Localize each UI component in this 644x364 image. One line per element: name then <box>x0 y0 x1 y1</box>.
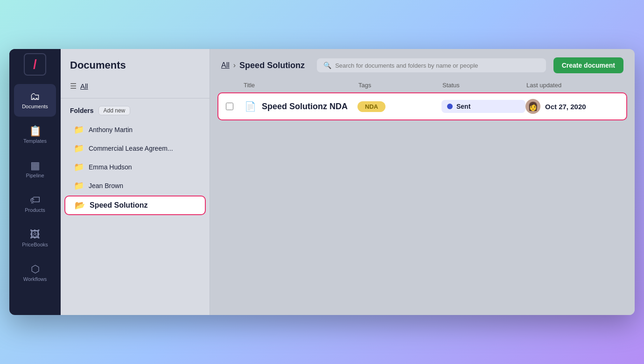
all-filter[interactable]: ☰ All <box>61 78 210 94</box>
folder-icon: 📁 <box>74 125 84 135</box>
tag-badge: NDA <box>357 101 385 112</box>
left-panel-title: Documents <box>61 49 210 78</box>
status-text: Sent <box>456 103 470 110</box>
sidebar-item-pipeline[interactable]: ▦ Pipeline <box>14 153 56 186</box>
folder-item-commercial-lease[interactable]: 📁 Commercial Lease Agreem... <box>64 140 206 157</box>
sidebar-item-products[interactable]: 🏷 Products <box>14 188 56 220</box>
folder-icon: 📁 <box>74 181 84 191</box>
folder-list: 📁 Anthony Martin 📁 Commercial Lease Agre… <box>61 119 210 217</box>
pipeline-icon: ▦ <box>30 161 40 171</box>
breadcrumb-current: Speed Solutionz <box>239 61 305 70</box>
row-updated-cell: 👩 Oct 27, 2020 <box>525 99 619 114</box>
row-checkbox[interactable] <box>226 103 233 110</box>
folder-name: Commercial Lease Agreem... <box>89 145 173 152</box>
table-header: Title Tags Status Last updated <box>217 78 627 92</box>
folder-item-jean-brown[interactable]: 📁 Jean Brown <box>64 177 206 195</box>
sidebar-label-pipeline: Pipeline <box>26 173 44 178</box>
search-box[interactable]: 🔍 <box>317 58 546 72</box>
folder-name: Anthony Martin <box>89 126 133 133</box>
sidebar-label-documents: Documents <box>22 104 48 109</box>
sidebar-logo: / <box>9 49 61 79</box>
folder-icon: 📁 <box>74 162 84 172</box>
updated-date: Oct 27, 2020 <box>545 103 586 111</box>
sidebar-label-workflows: Workflows <box>23 276 47 282</box>
divider <box>61 98 210 98</box>
th-title: Title <box>244 82 358 89</box>
sidebar-label-templates: Templates <box>23 138 47 144</box>
all-icon: ☰ <box>70 82 77 91</box>
table-row[interactable]: 📄 Speed Solutionz NDA NDA Sent 👩 Oct 27,… <box>217 92 627 120</box>
document-title: Speed Solutionz NDA <box>262 102 348 112</box>
folder-item-anthony-martin[interactable]: 📁 Anthony Martin <box>64 121 206 139</box>
pricebooks-icon: 🖼 <box>30 230 40 240</box>
sidebar-item-documents[interactable]: 🗂 Documents <box>14 84 56 117</box>
templates-icon: 📋 <box>29 126 42 136</box>
all-label: All <box>80 82 88 90</box>
row-status-cell: Sent <box>441 100 525 113</box>
breadcrumb-separator: › <box>233 61 236 70</box>
table-container: Title Tags Status Last updated 📄 Speed S… <box>210 78 635 315</box>
breadcrumb: All › Speed Solutionz <box>221 61 305 70</box>
products-icon: 🏷 <box>30 195 40 205</box>
folder-item-speed-solutionz[interactable]: 📂 Speed Solutionz <box>64 196 206 215</box>
folder-item-emma-hudson[interactable]: 📁 Emma Hudson <box>64 158 206 176</box>
status-dot <box>447 104 453 109</box>
app-window: / 🗂 Documents 📋 Templates ▦ Pipeline 🏷 P… <box>9 49 635 315</box>
sidebar-nav: 🗂 Documents 📋 Templates ▦ Pipeline 🏷 Pro… <box>9 79 61 289</box>
logo-icon: / <box>24 53 46 76</box>
folder-name: Jean Brown <box>89 182 123 189</box>
sidebar-item-templates[interactable]: 📋 Templates <box>14 119 56 151</box>
sidebar-label-pricebooks: PriceBooks <box>22 242 48 247</box>
search-icon: 🔍 <box>323 62 331 69</box>
workflows-icon: ⬡ <box>31 264 40 274</box>
row-checkbox-cell <box>226 103 245 110</box>
folder-name: Emma Hudson <box>89 163 132 171</box>
th-tags: Tags <box>358 82 442 89</box>
sidebar-label-products: Products <box>25 207 45 213</box>
create-document-button[interactable]: Create document <box>553 57 623 73</box>
folders-label: Folders <box>70 107 94 114</box>
folder-icon: 📁 <box>74 143 84 154</box>
folder-icon-selected: 📂 <box>75 200 85 210</box>
left-panel: Documents ☰ All Folders Add new 📁 Anthon… <box>61 49 210 315</box>
main-panel: All › Speed Solutionz 🔍 Create document … <box>210 49 635 315</box>
avatar-image: 👩 <box>525 99 540 114</box>
th-status: Status <box>442 82 526 89</box>
folders-header: Folders Add new <box>61 102 210 119</box>
sidebar-item-workflows[interactable]: ⬡ Workflows <box>14 257 56 289</box>
documents-icon: 🗂 <box>30 91 40 102</box>
avatar: 👩 <box>525 99 540 114</box>
sidebar: / 🗂 Documents 📋 Templates ▦ Pipeline 🏷 P… <box>9 49 61 315</box>
row-tags-cell: NDA <box>357 101 441 112</box>
th-last-updated: Last updated <box>526 82 620 89</box>
search-input[interactable] <box>335 62 539 69</box>
document-icon: 📄 <box>245 101 256 112</box>
main-header: All › Speed Solutionz 🔍 Create document <box>210 49 635 78</box>
add-new-button[interactable]: Add new <box>98 106 131 115</box>
sidebar-item-pricebooks[interactable]: 🖼 PriceBooks <box>14 222 56 255</box>
breadcrumb-all[interactable]: All <box>221 61 230 70</box>
row-title-cell: 📄 Speed Solutionz NDA <box>245 101 357 112</box>
folder-name-selected: Speed Solutionz <box>90 201 147 210</box>
